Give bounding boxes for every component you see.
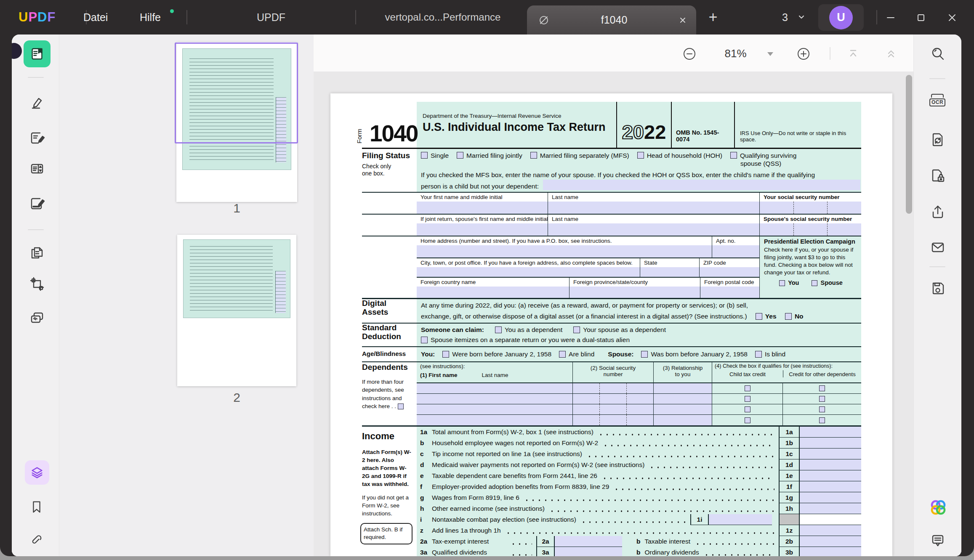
ssn-field[interactable] [760, 202, 861, 214]
sidebar-item-ocr[interactable]: OCR [929, 94, 945, 106]
amount-field-1a[interactable] [800, 427, 861, 438]
sidebar-item-slides[interactable] [29, 310, 45, 326]
sidebar-item-email[interactable] [929, 239, 946, 256]
checkbox[interactable] [755, 351, 762, 358]
checkbox[interactable] [730, 152, 737, 159]
menu-datei[interactable]: Datei [83, 0, 108, 35]
checkbox[interactable] [442, 351, 449, 358]
filing-option-hoh[interactable]: Head of household (HOH) [637, 152, 722, 159]
zip-field[interactable] [700, 267, 759, 277]
home-address-field[interactable] [417, 245, 712, 257]
apt-field[interactable] [712, 245, 759, 257]
city-field[interactable] [417, 267, 640, 277]
spouse-blind[interactable]: Is blind [755, 350, 785, 358]
other-dependents-checkbox[interactable] [819, 417, 825, 423]
dependent-name-field[interactable] [417, 404, 573, 414]
combat-pay-field[interactable] [709, 514, 772, 525]
sidebar-item-ai-assistant[interactable] [929, 499, 947, 516]
amount-field-3b[interactable] [800, 547, 861, 556]
zoom-dropdown-caret[interactable] [767, 52, 773, 56]
last-name-field[interactable] [548, 202, 759, 214]
amount-field-1b[interactable] [800, 438, 861, 449]
close-window-button[interactable] [945, 12, 959, 23]
checkbox[interactable] [779, 280, 785, 286]
dependent-relationship-field[interactable] [654, 383, 712, 393]
previous-page-button[interactable] [884, 46, 899, 61]
dependent-ssn-field[interactable] [573, 394, 654, 404]
child-tax-credit-checkbox[interactable] [745, 396, 750, 402]
page-1-thumbnail[interactable] [176, 42, 297, 202]
other-dependents-checkbox[interactable] [819, 385, 825, 391]
dependent-ssn-field[interactable] [573, 404, 654, 414]
more-dependents-checkbox[interactable] [398, 403, 404, 409]
dependent-relationship-field[interactable] [654, 415, 712, 425]
sidebar-item-save[interactable] [929, 280, 946, 297]
spouse-born-before-1958[interactable]: Was born before January 2, 1958 [641, 350, 747, 358]
sidebar-item-search[interactable] [929, 45, 946, 62]
tax-exempt-interest-field[interactable] [555, 536, 622, 547]
qualified-dividends-field[interactable] [555, 547, 622, 556]
checkbox[interactable] [573, 326, 580, 333]
sidebar-item-attachment[interactable] [29, 532, 45, 548]
digital-assets-yes[interactable]: Yes [756, 313, 777, 320]
zoom-in-button[interactable] [796, 46, 811, 61]
checkbox[interactable] [495, 326, 502, 333]
sidebar-item-sign[interactable] [29, 195, 45, 212]
spouse-last-name-field[interactable] [548, 223, 759, 236]
minimize-button[interactable] [884, 12, 897, 23]
menu-hilfe[interactable]: Hilfe [140, 0, 161, 35]
child-tax-credit-checkbox[interactable] [745, 385, 750, 391]
dependent-relationship-field[interactable] [654, 394, 712, 404]
zoom-level[interactable]: 81% [716, 47, 756, 60]
filing-option-qss[interactable]: Qualifying survivingspouse (QSS) [730, 152, 796, 167]
amount-field-1z[interactable] [800, 525, 861, 536]
filing-option-mfj[interactable]: Married filing jointly [457, 152, 522, 159]
amount-field-1e[interactable] [800, 470, 861, 481]
checkbox[interactable] [530, 152, 537, 159]
foreign-country-field[interactable] [417, 287, 569, 298]
sidebar-item-reader[interactable] [24, 40, 51, 67]
campaign-spouse[interactable]: Spouse [812, 279, 842, 286]
spouse-ssn-field[interactable] [760, 223, 861, 236]
checkbox[interactable] [637, 152, 644, 159]
checkbox[interactable] [421, 152, 428, 159]
checkbox[interactable] [641, 351, 648, 358]
dependent-name-field[interactable] [417, 383, 573, 393]
spouse-first-name-field[interactable] [417, 223, 548, 236]
sidebar-item-forms[interactable] [29, 160, 45, 177]
child-tax-credit-checkbox[interactable] [745, 406, 750, 412]
dependent-ssn-field[interactable] [573, 415, 654, 425]
visible-area-rect[interactable] [175, 42, 298, 143]
page-2-thumbnail[interactable] [177, 235, 296, 386]
dependent-relationship-field[interactable] [654, 404, 712, 414]
sidebar-item-layers[interactable] [25, 460, 49, 485]
amount-field-1c[interactable] [800, 449, 861, 459]
checkbox[interactable] [559, 351, 566, 358]
dependent-name-field[interactable] [417, 394, 573, 404]
other-dependents-checkbox[interactable] [819, 406, 825, 412]
digital-assets-no[interactable]: No [785, 313, 804, 320]
filing-option-mfs[interactable]: Married filing separately (MFS) [530, 152, 629, 159]
other-dependents-checkbox[interactable] [819, 396, 825, 402]
first-name-field[interactable] [417, 202, 548, 214]
sidebar-item-organize-pages[interactable] [29, 244, 45, 261]
you-born-before-1958[interactable]: Were born before January 2, 1958 [442, 350, 551, 358]
checkbox[interactable] [421, 337, 428, 343]
tab-vertopal[interactable]: vertopal.co...Performance [372, 0, 514, 35]
amount-field-1h[interactable] [800, 503, 861, 514]
tab-f1040-active[interactable]: f1040 [527, 5, 696, 35]
first-page-button[interactable] [846, 46, 861, 61]
filing-option-single[interactable]: Single [421, 152, 449, 159]
sidebar-item-protect[interactable] [929, 167, 946, 184]
state-field[interactable] [640, 267, 699, 277]
you-blind[interactable]: Are blind [559, 350, 594, 358]
claim-you-dependent[interactable]: You as a dependent [495, 326, 562, 334]
new-tab-button[interactable]: + [704, 0, 722, 35]
claim-spouse-dependent[interactable]: Your spouse as a dependent [573, 326, 666, 334]
child-tax-credit-checkbox[interactable] [745, 417, 750, 423]
sidebar-item-feedback[interactable] [929, 532, 946, 549]
sidebar-item-share[interactable] [929, 204, 946, 220]
amount-field-1g[interactable] [800, 492, 861, 503]
amount-field-2b[interactable] [800, 536, 861, 547]
dependent-ssn-field[interactable] [573, 383, 654, 393]
